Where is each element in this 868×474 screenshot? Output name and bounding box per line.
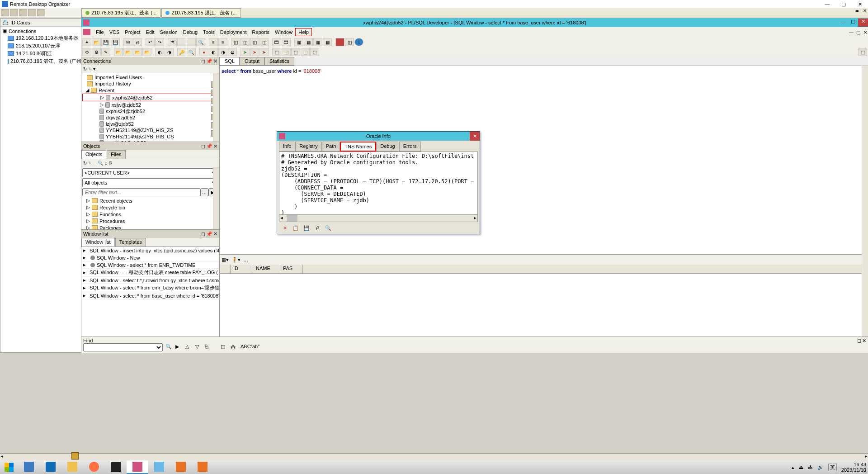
pin-button[interactable]: 📌	[206, 58, 212, 64]
add-button[interactable]: +	[89, 66, 91, 71]
menu-file[interactable]: File	[93, 28, 107, 36]
tbtn[interactable]: ⬚	[272, 48, 281, 56]
open-button[interactable]: 📂	[92, 38, 101, 46]
session-tab[interactable]: 210.76.83.195 湛江、茂名 (...	[81, 8, 160, 18]
find-down-icon[interactable]: ▽	[195, 344, 203, 351]
tbtn[interactable]: ◫	[241, 38, 250, 46]
tbtn[interactable]: ≡	[209, 38, 218, 46]
tns-content[interactable]: # TNSNAMES.ORA Network Configuration Fil…	[279, 152, 478, 215]
close-button[interactable]: ✕	[852, 0, 868, 8]
object-folder[interactable]: ▷Recent objects	[83, 197, 217, 204]
pin-button[interactable]: ◻	[201, 143, 205, 149]
tab-errors[interactable]: Errors	[399, 142, 421, 152]
menu-debug[interactable]: Debug	[180, 28, 200, 36]
tab-close-button[interactable]: ✕	[862, 8, 868, 13]
dialog-close-button[interactable]: ✕	[281, 224, 289, 232]
undo-button[interactable]: ↶	[146, 38, 155, 46]
object-folder[interactable]: ▷Procedures	[83, 218, 217, 224]
close-button[interactable]: ✕	[213, 58, 217, 64]
scope-dropdown[interactable]: All objects	[82, 178, 218, 187]
tab-path[interactable]: Path	[322, 142, 340, 152]
window-item[interactable]: ▸SQL Window - - - 移动支付日志表 create table P…	[81, 269, 219, 277]
scrollbar[interactable]	[862, 66, 868, 345]
dialog-close-button[interactable]: ✕	[470, 132, 480, 141]
email-button[interactable]: ✉	[123, 38, 132, 46]
grid-btn[interactable]: ▦▾	[222, 257, 229, 263]
tab-output[interactable]: Output	[240, 57, 264, 66]
tbtn[interactable]: ➤	[250, 48, 259, 56]
mdi-close[interactable]: ✕	[861, 29, 868, 35]
refresh-button[interactable]: ↻	[83, 66, 87, 71]
maximize-button[interactable]: ▢	[848, 19, 858, 27]
close-button[interactable]: ✕	[213, 231, 217, 237]
menu-edit[interactable]: Edit	[143, 28, 157, 36]
tbtn[interactable]: ⚙	[82, 48, 91, 56]
refresh-button[interactable]: ↻	[83, 161, 87, 166]
toolbar-btn[interactable]	[10, 9, 18, 16]
filter-more-button[interactable]: …	[200, 188, 208, 196]
run-button[interactable]: ➤	[241, 48, 250, 56]
tbtn[interactable]: ⬚	[282, 48, 291, 56]
menu-session[interactable]: Session	[157, 28, 180, 36]
tree-folder[interactable]: Imported History	[82, 81, 218, 87]
window-item[interactable]: ▸SQL Window - select t.*,t.rowid from gy…	[81, 277, 219, 284]
tray-up-icon[interactable]: ▴	[792, 465, 794, 470]
tab-objects[interactable]: Objects	[81, 150, 106, 159]
tray-volume-icon[interactable]: 🔊	[817, 465, 824, 470]
tbtn[interactable]: ▦	[313, 38, 322, 46]
tbtn[interactable]: ➤	[259, 48, 269, 56]
tbtn[interactable]: ◐	[155, 48, 164, 56]
new-button[interactable]: ✦	[82, 38, 91, 46]
tbtn[interactable]: ⬚	[310, 48, 319, 56]
copy-button[interactable]: 📋	[292, 224, 300, 232]
menu-vcs[interactable]: VCS	[107, 28, 123, 36]
tab-tnsnames[interactable]: TNS Names	[340, 142, 376, 152]
pin-button[interactable]: 📌	[206, 231, 212, 237]
tray-eject-icon[interactable]: ⏏	[799, 465, 803, 470]
pin-button[interactable]: ◻	[857, 338, 861, 344]
taskbar-app[interactable]	[105, 460, 127, 474]
tbtn[interactable]: ⬚	[858, 48, 867, 56]
connection-item[interactable]: 192.168.120.119本地服务器	[0, 34, 81, 42]
tbtn[interactable]: 🔍	[187, 48, 196, 56]
pin-button[interactable]: ◻	[201, 58, 205, 64]
find-next-icon[interactable]: ▶	[175, 344, 183, 351]
tree-root[interactable]: ▣Connections	[0, 28, 81, 34]
start-button[interactable]	[0, 460, 18, 474]
find-button[interactable]: 🔍	[98, 161, 103, 166]
tab-info[interactable]: Info	[279, 142, 295, 152]
print-button[interactable]: 🖨	[133, 38, 142, 46]
rdo-tray-icon[interactable]	[71, 452, 79, 460]
tbtn[interactable]: ⌂	[105, 161, 108, 166]
print-button[interactable]: 🖨	[313, 224, 321, 232]
window-item[interactable]: ▸SQL Window - insert into gy_xtcs (jgid,…	[81, 247, 219, 254]
col-header[interactable]	[220, 265, 231, 273]
tbtn[interactable]: 📂	[123, 48, 132, 56]
tab-sql[interactable]: SQL	[220, 57, 240, 66]
close-button[interactable]: ✕	[862, 338, 866, 344]
dialog-titlebar[interactable]: Oracle Info ✕	[277, 132, 480, 141]
tbtn[interactable]: ◐	[209, 48, 218, 56]
find-input[interactable]	[83, 343, 163, 351]
tab-statistics[interactable]: Statistics	[264, 57, 294, 66]
taskbar-app[interactable]	[83, 460, 105, 474]
tbtn[interactable]: ◫	[345, 38, 354, 46]
connection-item[interactable]: 14.21.60.86阳江	[0, 50, 81, 57]
grid-body[interactable]	[220, 274, 868, 345]
connection-item[interactable]: 218.15.200.107云浮	[0, 42, 81, 50]
menu-deployment[interactable]: Deployment	[217, 28, 250, 36]
rdo-hscroll[interactable]: ◂▸	[0, 453, 868, 460]
tab-files[interactable]: Files	[107, 150, 125, 159]
window-item[interactable]: ▸SQL Window - New	[81, 254, 219, 261]
object-folder[interactable]: ▷Functions	[83, 211, 217, 218]
tbtn[interactable]	[177, 38, 186, 46]
save-button[interactable]: 💾	[101, 38, 110, 46]
object-folder[interactable]: ▷Recycle bin	[83, 204, 217, 211]
col-header[interactable]: PAS	[280, 265, 303, 273]
tbtn[interactable]: ⎘	[109, 161, 112, 166]
col-header[interactable]: ID	[231, 265, 253, 273]
find-quoted-icon[interactable]: "ab"	[250, 344, 258, 351]
info-button[interactable]: i	[354, 38, 363, 46]
window-item[interactable]: ▸SQL Window - select * from base_user wh…	[81, 292, 219, 299]
pin-button[interactable]: ◻	[201, 231, 205, 237]
